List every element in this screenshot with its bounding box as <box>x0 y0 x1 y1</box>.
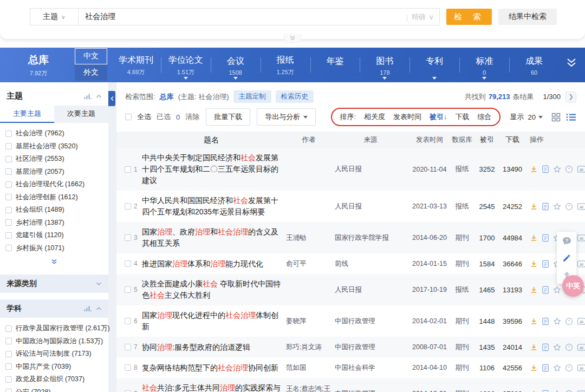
download-count[interactable]: 44984 <box>499 234 525 242</box>
search-history-button[interactable]: 检索历史 <box>276 90 314 103</box>
source-category-group-header[interactable]: 来源类别 <box>0 275 108 293</box>
source-link[interactable]: 前线 <box>335 259 410 269</box>
checkbox[interactable] <box>5 168 12 175</box>
topic-list-expand-button[interactable] <box>0 256 108 268</box>
list-view-button[interactable] <box>566 113 576 121</box>
author-link[interactable]: 范如国 <box>286 363 335 373</box>
discipline-filter-item-5[interactable]: 公安 (7028) <box>5 386 103 392</box>
paper-title-link[interactable]: 中华人民共和国国民经济和社会发展第十四个五年规划和2035年远景目标纲要 <box>142 195 286 218</box>
cited-count[interactable]: 1584 <box>474 260 499 268</box>
html-action-button[interactable] <box>542 286 549 294</box>
sort-option-3[interactable]: 下载 <box>456 112 470 122</box>
cited-count[interactable]: 1086 <box>474 390 499 392</box>
paper-title-link[interactable]: 国家治理现代化进程中的社会治理体制创新 <box>142 310 286 332</box>
checkbox[interactable] <box>5 143 12 149</box>
checkbox[interactable] <box>125 286 131 293</box>
topic-filter-item-5[interactable]: 社会治理创新 (1612) <box>5 191 103 204</box>
search-in-results-button[interactable]: 结果中检索 <box>498 9 557 25</box>
sidebar-collapse-tab[interactable] <box>108 91 115 106</box>
star-action-button[interactable] <box>553 202 561 211</box>
topic-filter-item-1[interactable]: 基层社会治理 (3520) <box>5 140 103 153</box>
checkbox[interactable] <box>5 232 12 239</box>
discipline-filter-item-4[interactable]: 政党及群众组织 (7037) <box>5 373 103 386</box>
checkbox[interactable] <box>5 338 12 344</box>
html-action-button[interactable] <box>542 234 549 242</box>
grid-view-button[interactable] <box>551 113 561 122</box>
html-action-button[interactable] <box>542 317 549 325</box>
export-analyze-button[interactable]: 导出与分析 <box>257 108 316 126</box>
download-count[interactable]: 36646 <box>499 260 525 268</box>
sort-option-2[interactable]: 被引↓ <box>430 112 447 122</box>
tab-secondary-topic[interactable]: 次要主题 <box>54 106 108 123</box>
download-count[interactable]: 42556 <box>499 364 525 372</box>
page-size-select[interactable]: 20 <box>528 113 543 121</box>
scope-database-link[interactable]: 总库 <box>160 92 174 102</box>
note-pen-button[interactable] <box>562 253 571 263</box>
html-action-button[interactable] <box>542 165 549 173</box>
nav-db-7[interactable]: 标准0 <box>459 48 509 82</box>
download-count[interactable]: 24014 <box>499 343 525 351</box>
checkbox[interactable] <box>5 207 12 213</box>
ai-action-button[interactable]: AI <box>577 202 585 211</box>
checkbox[interactable] <box>125 166 131 173</box>
checkbox[interactable] <box>125 234 131 241</box>
lang-tab-foreign[interactable]: 外文 <box>75 64 107 81</box>
checkbox[interactable] <box>5 376 12 383</box>
source-link[interactable]: 人民日报 <box>335 202 410 211</box>
nav-db-5[interactable]: 图书178 <box>360 48 410 82</box>
ai-action-button[interactable]: AI <box>577 165 585 173</box>
paper-title-link[interactable]: 推进国家治理体系和治理能力现代化 <box>142 258 286 270</box>
checkbox[interactable] <box>125 318 131 324</box>
discipline-filter-item-3[interactable]: 中国共产党 (7039) <box>5 361 103 374</box>
batch-download-button[interactable]: 批量下载 <box>206 108 250 126</box>
cited-count[interactable]: 2545 <box>474 202 499 211</box>
quote-action-button[interactable]: ” <box>565 317 573 325</box>
paper-title-link[interactable]: 复杂网络结构范型下的社会治理协同创新 <box>142 362 286 374</box>
cited-count[interactable]: 1106 <box>474 364 499 372</box>
checkbox[interactable] <box>5 389 12 392</box>
cited-count[interactable]: 1448 <box>474 317 499 325</box>
subject-customize-button[interactable]: 主题定制 <box>233 90 271 103</box>
star-action-button[interactable] <box>553 390 561 392</box>
tab-primary-topic[interactable]: 主要主题 <box>0 106 54 123</box>
cn-en-translate-badge[interactable]: 中英 <box>562 275 584 297</box>
checkbox[interactable] <box>5 363 12 370</box>
download-action-button[interactable] <box>530 202 538 211</box>
topic-filter-item-0[interactable]: 社会治理 (7962) <box>5 127 103 140</box>
html-action-button[interactable] <box>542 202 549 211</box>
checkbox[interactable] <box>5 351 12 357</box>
discipline-filter-item-1[interactable]: 中国政治与国际政治 (1.53万) <box>5 335 103 348</box>
sort-option-1[interactable]: 发表时间 <box>393 112 421 122</box>
clear-selection-button[interactable]: 清除 <box>185 112 199 122</box>
search-input[interactable] <box>79 12 406 21</box>
nav-db-8[interactable]: 成果60 <box>509 48 559 82</box>
download-count[interactable]: 13193 <box>499 286 525 294</box>
download-action-button[interactable] <box>530 234 538 242</box>
download-count[interactable]: 13490 <box>499 165 525 173</box>
checkbox[interactable] <box>125 260 131 267</box>
star-action-button[interactable] <box>553 286 561 294</box>
nav-db-2[interactable]: 会议1508 <box>211 48 261 82</box>
collapse-search-panel-button[interactable] <box>284 34 301 43</box>
checkbox[interactable] <box>5 245 12 251</box>
nav-db-4[interactable]: 年鉴 <box>310 48 360 82</box>
ai-action-button[interactable]: AI <box>577 343 585 351</box>
star-action-button[interactable] <box>553 343 561 351</box>
source-link[interactable]: 中国行政管理 <box>335 317 410 326</box>
author-link[interactable]: 俞可平 <box>286 259 335 269</box>
source-link[interactable]: 人民日报 <box>335 165 410 174</box>
cited-count[interactable]: 1465 <box>474 286 499 294</box>
nav-expand-button[interactable] <box>566 57 577 70</box>
source-link[interactable]: 中国行政管理 <box>335 389 410 392</box>
lang-tab-chinese[interactable]: 中文 <box>75 48 107 64</box>
search-field-selector[interactable]: 主题 ∨ <box>30 9 79 25</box>
checkbox[interactable] <box>5 325 12 332</box>
download-action-button[interactable] <box>530 286 538 294</box>
checkbox[interactable] <box>125 203 131 210</box>
precision-selector[interactable]: | 精确 ∨ <box>406 12 439 22</box>
feedback-button[interactable]: ? <box>562 236 572 246</box>
nav-db-3[interactable]: 报纸1.25万 <box>261 48 310 82</box>
sort-option-4[interactable]: 综合 <box>478 112 492 122</box>
star-action-button[interactable] <box>553 165 561 173</box>
quote-action-button[interactable]: ” <box>565 343 573 351</box>
